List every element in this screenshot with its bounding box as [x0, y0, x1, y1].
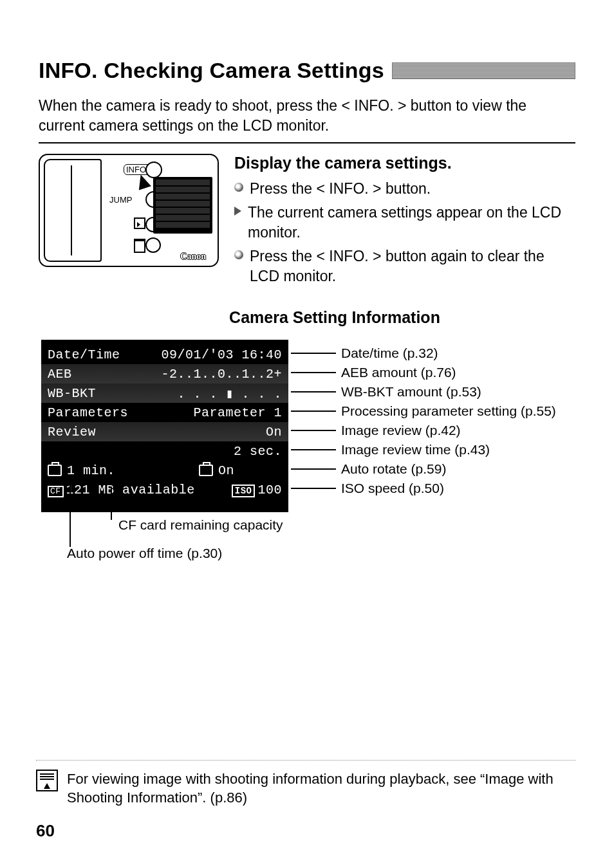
lcd-label: Parameters	[48, 405, 128, 420]
auto-rotate-value: On	[218, 463, 234, 478]
page-number: 60	[36, 821, 55, 841]
camera-body-icon	[44, 159, 102, 262]
callout-text: CF card remaining capacity	[118, 517, 283, 533]
callout-item: AEB amount (p.76)	[291, 363, 556, 382]
lcd-screen: Date/Time09/01/'03 16:40 AEB-2..1..0..1.…	[41, 340, 288, 512]
callout-item: Date/time (p.32)	[291, 344, 556, 363]
leader-line-icon	[111, 486, 112, 520]
lcd-row: WB-BKT. . . ▮ . . .	[41, 383, 288, 403]
lcd-value: 2 sec.	[234, 444, 282, 459]
steps-list: Press the < INFO. > button. The current …	[234, 179, 575, 286]
lcd-label: Date/Time	[48, 347, 120, 362]
lcd-value: 09/01/'03 16:40	[161, 347, 282, 362]
leader-line-icon	[291, 372, 336, 373]
lcd-value: -2..1..0..1..2+	[161, 367, 282, 382]
lcd-label: WB-BKT	[48, 386, 96, 401]
camera-setting-info-heading: Camera Setting Information	[219, 308, 451, 327]
divider	[39, 142, 575, 143]
iso-value: 100	[257, 483, 282, 497]
callout-item: WB-BKT amount (p.53)	[291, 382, 556, 402]
lcd-row: ReviewOn	[41, 422, 288, 441]
callout-item: Auto rotate (p.59)	[291, 459, 556, 479]
rotate-icon	[199, 465, 213, 476]
lcd-row: AEB-2..1..0..1..2+	[41, 364, 288, 383]
display-settings-text: Display the camera settings. Press the <…	[234, 154, 575, 290]
callout-item: Image review (p.42)	[291, 421, 556, 440]
note-box: For viewing image with shooting informat…	[36, 760, 575, 808]
right-callouts: Date/time (p.32) AEB amount (p.76) WB-BK…	[291, 340, 556, 498]
camera-illustration: INFO. JUMP Canon	[39, 154, 219, 267]
callout-item: ISO speed (p.50)	[291, 479, 556, 498]
cf-available-value: 121 MB available	[66, 483, 195, 497]
page-title-row: INFO. Checking Camera Settings	[39, 58, 575, 83]
round-button-icon	[145, 237, 161, 253]
lcd-preview-icon	[153, 177, 212, 234]
leader-line-icon	[291, 468, 336, 470]
intro-paragraph: When the camera is ready to shoot, press…	[39, 96, 575, 136]
lcd-value: Parameter 1	[193, 405, 282, 420]
note-icon	[36, 770, 58, 791]
lcd-label: AEB	[48, 367, 72, 382]
power-off-value: 1 min.	[67, 463, 115, 478]
leader-line-icon	[291, 488, 336, 489]
step-text: Press the < INFO. > button.	[250, 179, 431, 199]
leader-line-icon	[291, 391, 336, 392]
callout-text: Date/time (p.32)	[341, 346, 438, 361]
lcd-value: . . . ▮ . . .	[177, 385, 282, 402]
display-settings-section: INFO. JUMP Canon Display the camera sett…	[39, 154, 575, 290]
lcd-row: Date/Time09/01/'03 16:40	[48, 345, 282, 364]
title-rest: Checking Camera Settings	[98, 58, 384, 82]
lcd-info-diagram: Date/Time09/01/'03 16:40 AEB-2..1..0..1.…	[41, 340, 577, 526]
step-item: Press the < INFO. > button.	[234, 179, 575, 199]
step-item: Press the < INFO. > button again to clea…	[234, 246, 575, 286]
callout-text: Image review time (p.43)	[341, 442, 490, 457]
lcd-bottom-row: CF121 MB available ISO100	[48, 480, 282, 499]
play-button-icon	[134, 217, 145, 229]
callout-text: AEB amount (p.76)	[341, 365, 456, 380]
iso-group: ISO100	[232, 483, 282, 497]
title-prefix: INFO.	[39, 58, 98, 82]
bullet-icon	[234, 183, 243, 192]
callout-item: Processing parameter setting (p.55)	[291, 402, 556, 421]
cf-card-icon: CF	[48, 486, 64, 497]
lcd-label: Review	[48, 425, 96, 439]
step-text: Press the < INFO. > button again to clea…	[250, 246, 575, 286]
leader-line-icon	[291, 411, 336, 412]
step-text: The current camera settings appear on th…	[248, 203, 575, 243]
leader-line-icon	[291, 430, 336, 431]
callout-text: WB-BKT amount (p.53)	[341, 384, 481, 400]
camera-sleep-icon	[48, 465, 62, 476]
trash-button-icon	[134, 239, 145, 253]
step-item: The current camera settings appear on th…	[234, 203, 575, 243]
leader-line-icon	[291, 449, 336, 450]
callout-text: Processing parameter setting (p.55)	[341, 403, 556, 419]
display-settings-heading: Display the camera settings.	[234, 154, 575, 172]
callout-item: Image review time (p.43)	[291, 440, 556, 459]
callout-text: Auto rotate (p.59)	[341, 461, 446, 477]
manual-page: INFO. Checking Camera Settings When the …	[0, 0, 614, 526]
jump-button-label: JUMP	[109, 195, 132, 205]
iso-icon: ISO	[232, 485, 256, 497]
note-text: For viewing image with shooting informat…	[67, 770, 575, 808]
callout-text: Image review (p.42)	[341, 423, 461, 438]
lcd-bottom-row: 1 min. On	[48, 461, 282, 480]
leader-line-icon	[291, 353, 336, 354]
callout-text: Auto power off time (p.30)	[67, 546, 222, 561]
leader-line-icon	[70, 475, 71, 547]
page-title: INFO. Checking Camera Settings	[39, 58, 384, 83]
callout-text: ISO speed (p.50)	[341, 481, 444, 496]
title-decor-bar	[392, 62, 575, 79]
bullet-icon	[234, 250, 243, 259]
lcd-value: On	[266, 425, 282, 439]
triangle-icon	[234, 207, 241, 216]
lcd-row: ParametersParameter 1	[48, 403, 282, 422]
brand-label: Canon	[180, 252, 206, 262]
lcd-row: 2 sec.	[48, 441, 282, 461]
